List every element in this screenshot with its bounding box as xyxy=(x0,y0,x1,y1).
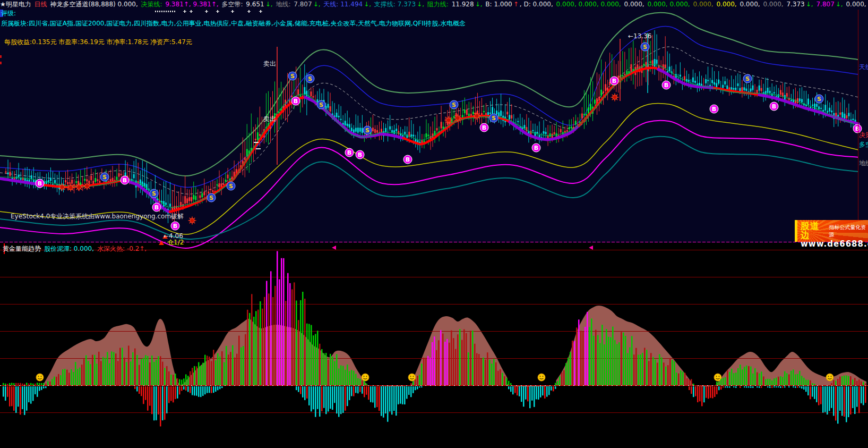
sell-signal-icon: S xyxy=(227,182,235,190)
watermark-text: EyeStock4.0专业决策系统由www.baonengyong.com破解 xyxy=(11,213,184,220)
header-value: 0.000, xyxy=(716,1,738,8)
sell-signal-icon: S xyxy=(100,173,109,181)
header-value: ↓, xyxy=(836,1,845,8)
svg-text:S: S xyxy=(229,183,233,190)
header-value: ↓, xyxy=(364,1,373,8)
svg-text:S: S xyxy=(308,75,312,82)
svg-text:S: S xyxy=(745,75,750,82)
indicator-panel-header: 黄金量能趋势股价泥潭: 0.000,水深火热: -0.2↑, xyxy=(3,245,150,252)
buy-signal-icon: B xyxy=(403,155,412,164)
sun-signal-icon xyxy=(75,183,83,191)
sun-signal-icon xyxy=(611,94,619,102)
svg-text:B: B xyxy=(347,149,351,156)
svg-text:B: B xyxy=(612,78,616,84)
svg-text:S: S xyxy=(152,190,156,197)
svg-text:S: S xyxy=(319,102,323,108)
right-axis-label: 多空 xyxy=(859,140,868,149)
chart-annotation: 卖出 xyxy=(263,115,276,124)
buy-signal-icon: B xyxy=(345,148,354,157)
sun-signal-icon xyxy=(473,112,481,120)
chart-annotation: 仓1/2 xyxy=(167,238,184,247)
header-value: 神龙多空通道(88,888) 0.000, xyxy=(50,1,140,8)
sell-signal-icon: S xyxy=(288,72,297,80)
smiley-signal-icon xyxy=(408,374,416,381)
rating-row: 评级: xyxy=(1,10,16,17)
sector-row: 所属板块:四川省,国证A指,国证2000,国证电力,四川指数,电力,公用事业,电… xyxy=(1,20,466,27)
header-value: 天线: 11.494 xyxy=(323,1,363,8)
header-value: 0.000, 0.000, xyxy=(846,1,868,8)
svg-text:B: B xyxy=(406,156,410,163)
header-value: 支撑线: 7.373 xyxy=(374,1,416,8)
sell-signal-icon: S xyxy=(489,114,498,122)
header-value: 多空带: xyxy=(222,1,245,8)
svg-text:S: S xyxy=(365,127,369,134)
header-value: 0.000, xyxy=(624,1,647,8)
buy-signal-icon: B xyxy=(480,123,488,132)
smiley-signal-icon xyxy=(714,374,721,381)
header-value: 地线: xyxy=(276,1,293,8)
buy-signal-icon: B xyxy=(532,143,540,152)
sell-signal-icon: S xyxy=(317,100,325,109)
svg-text:S: S xyxy=(817,96,821,103)
header-value: ↓, xyxy=(475,1,485,8)
header-value: 11.928 xyxy=(452,1,474,8)
title-bar: ★明星电力 日线 神龙多空通道(88,888) 0.000, 决策线: 9.38… xyxy=(0,1,868,9)
header-value: 9.381↑, 9.381↑, xyxy=(165,1,220,8)
ad-title: 股道边 xyxy=(801,222,827,240)
buy-signal-icon: B xyxy=(710,105,718,113)
buy-signal-icon: B xyxy=(291,97,300,105)
sell-signal-icon: S xyxy=(743,74,752,83)
header-value: ↑ xyxy=(513,1,519,8)
price-and-indicator-chart[interactable]: SSSSSSSSSSSSSBBBBBBBBBBBBBBB xyxy=(0,0,868,448)
header-value: 0.000, 0.000, xyxy=(647,1,692,8)
sun-signal-icon xyxy=(58,183,66,191)
header-value: ↓, xyxy=(313,1,323,8)
indicator-value: 股价泥潭: 0.000, xyxy=(44,245,94,252)
svg-text:S: S xyxy=(643,44,647,50)
svg-text:B: B xyxy=(712,106,716,113)
indicator-value: 水深火热: -0.2↑, xyxy=(97,245,147,252)
buy-signal-icon: B xyxy=(662,81,671,89)
trading-app-window: SSSSSSSSSSSSSBBBBBBBBBBBBBBB ★明星电力 日线 神龙… xyxy=(0,0,868,448)
header-value: 0.000, xyxy=(763,1,785,8)
svg-text:B: B xyxy=(358,151,362,158)
buy-signal-icon: B xyxy=(121,176,129,184)
smiley-signal-icon xyxy=(362,374,369,381)
buy-signal-icon: B xyxy=(152,203,161,212)
smiley-signal-icon xyxy=(36,374,44,381)
svg-text:S: S xyxy=(290,73,295,80)
sell-signal-icon: S xyxy=(363,126,372,134)
sell-signal-icon: S xyxy=(150,189,158,198)
gudaobian-ad-badge[interactable]: 股道边 指标公式量化资源 www.de6688.com xyxy=(795,220,868,242)
smiley-signal-icon xyxy=(538,374,545,381)
svg-text:B: B xyxy=(123,177,127,184)
header-value: ↓, xyxy=(806,1,815,8)
ad-url: www.de6688.com xyxy=(801,240,868,249)
finance-row: 每股收益:0.135元 市盈率:36.19元 市净率:1.78元 净资产:5.4… xyxy=(4,38,192,46)
svg-text:B: B xyxy=(173,223,177,230)
buy-signal-icon: B xyxy=(770,102,778,111)
svg-text:B: B xyxy=(482,124,486,131)
header-value: ★明星电力 xyxy=(0,1,33,8)
ad-subtitle: 指标公式量化资源 xyxy=(829,224,868,239)
svg-text:S: S xyxy=(102,174,107,181)
header-value: 0.000, xyxy=(693,1,715,8)
header-value: 日线 xyxy=(35,1,49,8)
right-axis-label: 天线 xyxy=(859,63,868,72)
right-axis-label: 地线 xyxy=(859,159,868,168)
buy-signal-icon: B xyxy=(356,150,364,159)
svg-text:B: B xyxy=(534,145,538,151)
sell-signal-icon: S xyxy=(306,74,314,83)
header-value: 7.807 xyxy=(294,1,312,8)
header-value: 7.373 xyxy=(786,1,804,8)
header-value: , D: 0.000, xyxy=(520,1,555,8)
header-value: ↓, xyxy=(265,1,275,8)
buy-signal-icon: B xyxy=(171,222,179,230)
svg-text:B: B xyxy=(154,204,159,211)
buy-signal-icon: B xyxy=(610,77,618,85)
svg-text:B: B xyxy=(664,82,668,89)
chart-annotation: 卖出 xyxy=(263,60,276,69)
svg-text:B: B xyxy=(294,98,298,105)
buy-signal-icon: B xyxy=(36,179,44,188)
sell-signal-icon: S xyxy=(207,193,216,202)
